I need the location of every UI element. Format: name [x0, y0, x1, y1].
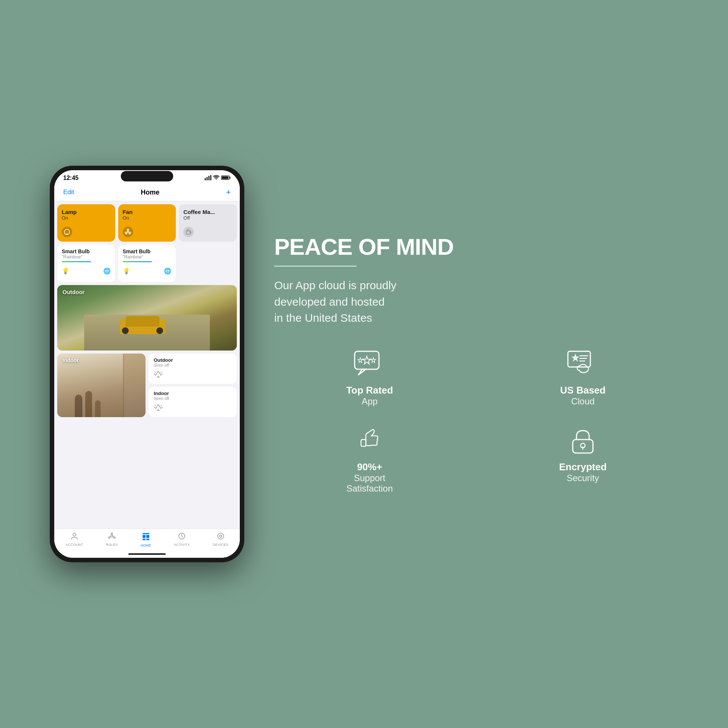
support-title: 90%+ — [357, 461, 382, 473]
outdoor-siren-icon — [154, 370, 232, 380]
us-based-title: US Based — [560, 385, 605, 396]
bulb1-globe-icon: 🌐 — [103, 268, 111, 275]
outdoor-camera-section[interactable]: Outdoor — [57, 285, 237, 350]
outdoor-camera-feed[interactable]: Outdoor — [57, 285, 237, 350]
subtext: Our App cloud is proudlydeveloped and ho… — [274, 277, 678, 326]
outdoor-camera-label: Outdoor — [63, 289, 84, 295]
fan-icon — [123, 227, 133, 237]
feature-top-rated: Top Rated App — [274, 349, 465, 407]
activity-icon — [178, 532, 186, 542]
svg-point-44 — [218, 533, 224, 539]
headline: PEACE OF MIND — [274, 234, 678, 260]
phone-wrapper: 12:45 — [50, 166, 244, 562]
rules-icon — [108, 532, 116, 542]
phone-device: 12:45 — [50, 166, 244, 562]
status-icons — [205, 175, 231, 182]
top-rated-title: Top Rated — [346, 385, 393, 396]
lamp-status: On — [62, 215, 111, 221]
phone-notch — [121, 171, 173, 182]
coffee-name: Coffee Ma... — [183, 209, 232, 215]
svg-rect-3 — [210, 175, 211, 180]
indoor-siren-icon — [154, 404, 232, 413]
bulb2-sub: "Rainbow" — [123, 254, 172, 260]
bulb2-icons: 💡 🌐 — [123, 268, 172, 275]
home-icon — [141, 532, 150, 543]
nav-title: Home — [141, 188, 159, 196]
svg-rect-39 — [146, 535, 149, 538]
bulb-card-2[interactable]: Smart Bulb "Rainbow" 💡 🌐 — [118, 245, 176, 282]
bulb1-sub: "Rainbow" — [62, 254, 111, 260]
indoor-siren-card[interactable]: Indoor Siren off — [148, 387, 237, 417]
tab-activity-label: ACTIVITY — [174, 543, 190, 546]
svg-marker-49 — [358, 358, 362, 362]
svg-line-36 — [113, 537, 114, 537]
top-rated-sub: App — [362, 396, 378, 407]
bulb2-light-icon: 💡 — [123, 268, 130, 275]
svg-rect-42 — [142, 533, 149, 534]
svg-point-30 — [73, 533, 76, 536]
nav-edit-button[interactable]: Edit — [63, 188, 74, 196]
outdoor-siren-card[interactable]: Outdoor Siren off — [148, 353, 237, 384]
svg-marker-50 — [371, 358, 376, 362]
svg-line-28 — [155, 405, 156, 406]
svg-rect-40 — [142, 539, 145, 540]
tab-bar: ACCOUNT — [54, 529, 240, 552]
svg-point-32 — [111, 533, 113, 534]
tab-rules[interactable]: RULES — [106, 532, 118, 547]
home-indicator — [54, 552, 240, 558]
us-cloud-icon-wrap — [564, 349, 601, 379]
features-grid: Top Rated App — [274, 349, 678, 494]
svg-marker-52 — [572, 355, 578, 361]
tab-rules-label: RULES — [106, 543, 118, 546]
devices-icon — [217, 532, 225, 542]
signal-icon — [205, 175, 211, 182]
bulb1-stripe — [62, 261, 91, 262]
feature-encrypted: Encrypted Security — [488, 425, 678, 494]
svg-marker-48 — [363, 356, 371, 364]
svg-line-37 — [110, 537, 111, 537]
tab-activity[interactable]: ACTIVITY — [174, 532, 190, 547]
bulb-card-1[interactable]: Smart Bulb "Rainbow" 💡 🌐 — [57, 245, 115, 282]
home-bar — [128, 553, 166, 555]
bulb1-light-icon: 💡 — [62, 268, 69, 275]
wifi-icon — [213, 175, 220, 182]
support-sub: SupportSatisfaction — [346, 473, 393, 494]
tab-devices[interactable]: DEVICES — [213, 532, 229, 547]
svg-rect-38 — [142, 535, 145, 538]
svg-point-34 — [109, 537, 110, 538]
bulb-grid: Smart Bulb "Rainbow" 💡 🌐 Smart Bulb "Rai… — [54, 245, 240, 285]
page-container: 12:45 — [27, 27, 701, 701]
nav-plus-button[interactable]: + — [226, 187, 231, 197]
battery-icon — [221, 175, 231, 182]
svg-point-11 — [127, 229, 129, 232]
tab-home[interactable]: HOME — [141, 532, 151, 547]
encrypted-icon-wrap — [564, 425, 601, 455]
indoor-siren-status: Siren off — [154, 396, 232, 401]
coffee-card[interactable]: Coffee Ma... Off — [179, 204, 237, 242]
tab-home-label: HOME — [141, 544, 151, 547]
device-grid: Lamp On Fan — [54, 201, 240, 245]
tab-account[interactable]: ACCOUNT — [66, 532, 83, 547]
outdoor-siren-status: Siren off — [154, 363, 232, 367]
indoor-camera-feed[interactable]: Indoor — [57, 353, 145, 417]
svg-rect-1 — [206, 177, 208, 180]
svg-line-22 — [155, 372, 156, 373]
phone-screen: 12:45 — [54, 170, 240, 558]
svg-rect-56 — [361, 440, 366, 446]
top-rated-icon-wrap — [351, 349, 388, 379]
fan-card[interactable]: Fan On — [118, 204, 176, 242]
bulb1-name: Smart Bulb — [62, 248, 111, 254]
siren-panel: Outdoor Siren off — [148, 353, 237, 417]
svg-rect-6 — [222, 176, 229, 179]
lamp-card[interactable]: Lamp On — [57, 204, 115, 242]
svg-rect-41 — [146, 539, 149, 540]
svg-marker-47 — [358, 369, 366, 375]
bulb2-stripe — [123, 261, 152, 262]
app-nav-bar: Edit Home + — [54, 184, 240, 201]
feature-support: 90%+ SupportSatisfaction — [274, 425, 465, 494]
bottom-row: Indoor Outdoor Siren off — [57, 353, 237, 417]
outdoor-siren-title: Outdoor — [154, 357, 232, 363]
svg-rect-46 — [355, 351, 379, 369]
support-icon-wrap — [351, 425, 388, 455]
tab-account-label: ACCOUNT — [66, 543, 83, 546]
